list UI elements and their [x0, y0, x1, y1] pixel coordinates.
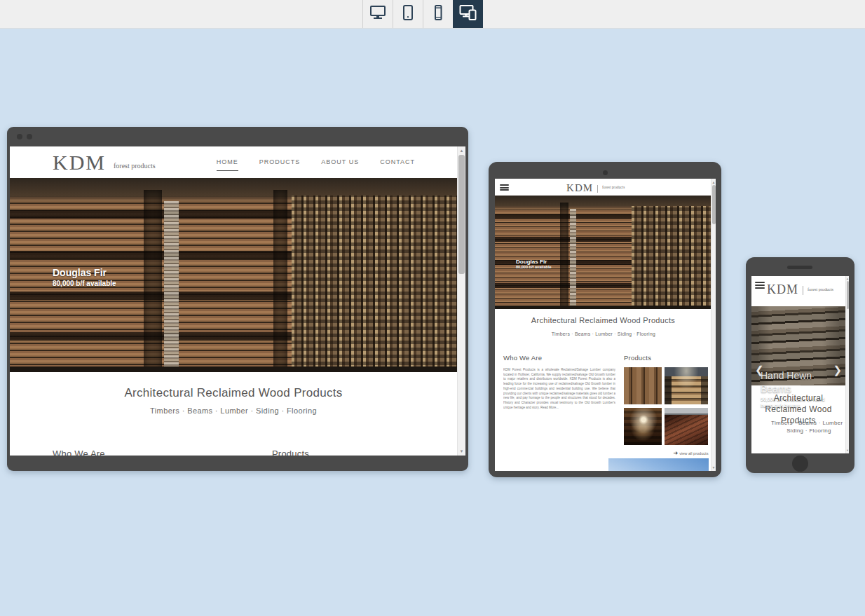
tablet-icon — [400, 5, 416, 23]
who-we-are-body-wrap: KDM Forest Products is a wholesale Recla… — [503, 367, 615, 427]
laptop-screen: KDM forest products HOME PRODUCTS ABOUT … — [10, 146, 465, 456]
main-nav: HOME PRODUCTS ABOUT US CONTACT — [217, 158, 415, 171]
product-image-barn-interior[interactable] — [624, 408, 662, 445]
device-toggle-group — [362, 0, 483, 28]
product-image-warehouse-stacks[interactable] — [665, 367, 708, 404]
brand-name: KDM — [53, 151, 106, 174]
brand-name: KDM — [767, 282, 798, 296]
window-dot — [17, 134, 22, 139]
who-we-are-body: KDM Forest Products is a wholesale Recla… — [503, 367, 615, 410]
intro-headline: Architectural Reclaimed Wood Products — [10, 386, 457, 400]
intro-subheadline: Timbers · Beams · Lumber · Siding · Floo… — [767, 419, 849, 434]
next-section-sky-photo — [608, 458, 709, 471]
speaker-icon — [787, 266, 812, 269]
scrollbar-thumb[interactable] — [712, 185, 716, 224]
hero-caption: Douglas Fir 80,000 b/f available — [516, 259, 573, 278]
brand-name: KDM — [566, 182, 593, 194]
menu-icon[interactable] — [755, 282, 765, 289]
home-button[interactable] — [792, 456, 808, 472]
logo-separator — [803, 286, 803, 295]
phone-screen: KDM forest products Hand Hewn Beams 90,0… — [751, 276, 849, 453]
intro-subheadline: Timbers · Beams · Lumber · Siding · Floo… — [10, 406, 457, 415]
photo-floor — [10, 367, 457, 372]
who-we-are-heading: Who We Are — [503, 354, 542, 362]
hero-caption-title: Douglas Fir — [53, 267, 116, 278]
nav-about-us[interactable]: ABOUT US — [321, 158, 359, 165]
logo-separator — [597, 185, 598, 193]
carousel-photo-hand-hewn-beams: Hand Hewn Beams 90,000 BF available of h… — [751, 306, 845, 385]
brand-tagline: forest products — [808, 287, 833, 292]
phone-scrollbar[interactable] — [845, 276, 849, 453]
tablet-scrollbar[interactable] — [711, 179, 716, 471]
all-devices-icon — [459, 4, 477, 24]
laptop-scrollbar[interactable] — [457, 146, 465, 456]
scroll-down-icon[interactable] — [711, 465, 716, 470]
photo-floor — [495, 306, 711, 309]
nav-home[interactable]: HOME — [217, 158, 238, 171]
who-we-are-heading: Who We Are — [53, 449, 105, 456]
nav-contact[interactable]: CONTACT — [380, 158, 415, 165]
scroll-down-icon[interactable] — [846, 449, 849, 453]
intro-subheadline: Timbers · Beams · Lumber · Siding · Floo… — [551, 331, 655, 336]
site-header-logo[interactable]: KDM forest products — [53, 151, 156, 174]
scrollbar-thumb[interactable] — [847, 281, 849, 309]
product-image-reclaimed-flooring[interactable] — [665, 408, 708, 445]
tablet-screen: KDM forest products Douglas Fir 80,000 b… — [495, 179, 716, 471]
hero-caption: Douglas Fir 80,000 b/f available — [53, 267, 116, 287]
intro-subheadline-wrap: Timbers · Beams · Lumber · Siding · Floo… — [756, 419, 840, 439]
hero-lumber-photo: Douglas Fir 80,000 b/f available — [10, 178, 457, 372]
intro-headline: Architectural Reclaimed Wood Products — [495, 316, 711, 324]
nav-products[interactable]: PRODUCTS — [259, 158, 301, 165]
site-header-logo[interactable]: KDM forest products — [767, 282, 849, 296]
products-heading: Products — [624, 354, 651, 362]
product-image-vertical-planks[interactable] — [624, 367, 662, 404]
carousel-next-icon[interactable] — [833, 364, 842, 375]
photo-light-stack — [164, 201, 178, 372]
view-all-products-label: view all products — [679, 451, 708, 455]
desktop-icon — [369, 5, 386, 23]
brand-tagline: forest products — [602, 185, 625, 189]
site-header-logo[interactable]: KDM forest products — [495, 181, 711, 194]
arrow-right-icon — [673, 450, 678, 456]
scroll-down-icon[interactable] — [458, 449, 465, 453]
scroll-up-icon[interactable] — [711, 180, 716, 184]
device-toolbar — [0, 0, 865, 29]
all-devices-preview-button[interactable] — [453, 0, 483, 28]
hero-lumber-photo: Douglas Fir 80,000 b/f available — [495, 196, 711, 309]
hero-caption-title: Douglas Fir — [516, 259, 552, 265]
responsive-preview-stage: KDM forest products HOME PRODUCTS ABOUT … — [0, 0, 865, 616]
phone-preview-button[interactable] — [423, 0, 453, 28]
photo-shadow-gap — [144, 190, 162, 372]
scroll-up-icon[interactable] — [458, 149, 465, 153]
hero-caption-subtitle: 80,000 b/f available — [53, 280, 116, 287]
phone-icon — [430, 5, 447, 23]
photo-board-ends — [292, 196, 457, 372]
tablet-preview-button[interactable] — [393, 0, 423, 28]
scrollbar-thumb[interactable] — [458, 155, 465, 274]
photo-shadow-gap — [560, 203, 568, 309]
products-heading: Products — [272, 449, 309, 456]
view-all-products-link[interactable]: view all products — [673, 450, 708, 456]
intro-subheadline-wrap: Timbers · Beams · Lumber · Siding · Floo… — [495, 328, 711, 341]
photo-shadow-gap — [273, 190, 287, 372]
desktop-preview-button[interactable] — [362, 0, 393, 28]
photo-board-ends — [632, 206, 711, 309]
hero-caption-subtitle: 80,000 b/f available — [516, 265, 552, 269]
camera-icon — [603, 170, 608, 175]
brand-tagline: forest products — [114, 162, 156, 174]
window-dot — [27, 134, 32, 139]
